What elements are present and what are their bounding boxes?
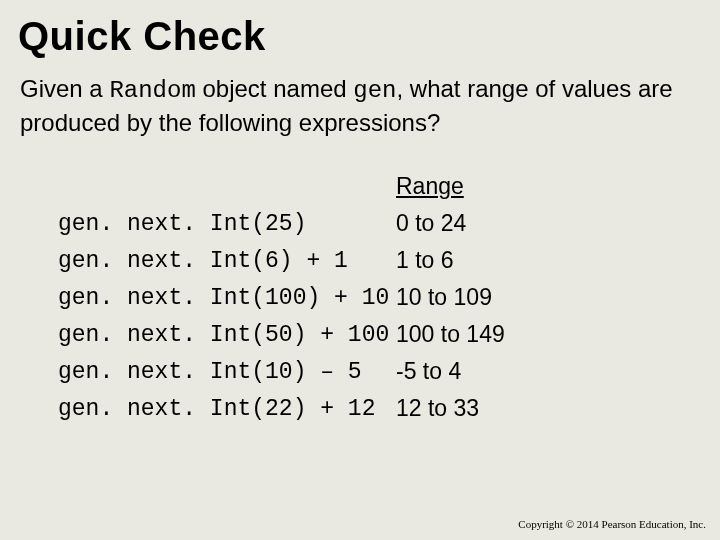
expr-cell: gen. next. Int(10) – 5 <box>58 353 396 390</box>
range-cell: 0 to 24 <box>396 205 505 242</box>
intro-text: Given a Random object named gen, what ra… <box>0 69 720 140</box>
table-row: gen. next. Int(10) – 5 -5 to 4 <box>58 353 505 390</box>
expr-cell: gen. next. Int(100) + 10 <box>58 279 396 316</box>
code-random: Random <box>109 77 195 104</box>
table-row: gen. next. Int(100) + 10 10 to 109 <box>58 279 505 316</box>
intro-mid: object named <box>196 75 353 102</box>
range-cell: 100 to 149 <box>396 316 505 353</box>
range-cell: -5 to 4 <box>396 353 505 390</box>
range-cell: 10 to 109 <box>396 279 505 316</box>
expr-cell: gen. next. Int(50) + 100 <box>58 316 396 353</box>
intro-prefix: Given a <box>20 75 109 102</box>
table-row: gen. next. Int(50) + 100 100 to 149 <box>58 316 505 353</box>
range-cell: 1 to 6 <box>396 242 505 279</box>
expr-cell: gen. next. Int(25) <box>58 205 396 242</box>
copyright-text: Copyright © 2014 Pearson Education, Inc. <box>518 518 706 530</box>
table-row: gen. next. Int(25) 0 to 24 <box>58 205 505 242</box>
expr-cell: gen. next. Int(6) + 1 <box>58 242 396 279</box>
header-range: Range <box>396 168 505 205</box>
range-cell: 12 to 33 <box>396 390 505 427</box>
table-row: gen. next. Int(6) + 1 1 to 6 <box>58 242 505 279</box>
expr-cell: gen. next. Int(22) + 12 <box>58 390 396 427</box>
range-table: Range gen. next. Int(25) 0 to 24 gen. ne… <box>58 168 505 427</box>
table-header-row: Range <box>58 168 505 205</box>
header-range-label: Range <box>396 173 464 199</box>
table-row: gen. next. Int(22) + 12 12 to 33 <box>58 390 505 427</box>
slide-title: Quick Check <box>0 0 720 69</box>
header-expr-blank <box>58 168 396 205</box>
code-gen: gen <box>353 77 396 104</box>
